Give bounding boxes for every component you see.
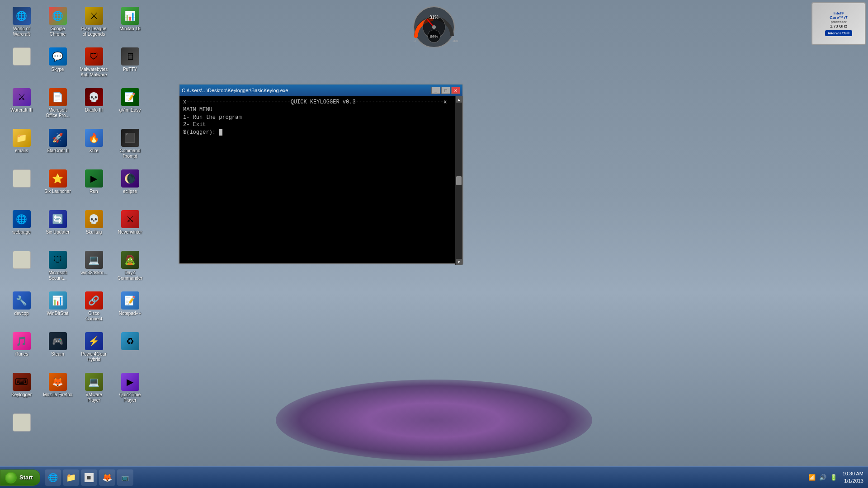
cmd-window[interactable]: C:\Users\...\Desktop\Keylogger\BasicKeyl… (179, 84, 463, 264)
desktop-icon-itunes[interactable]: 🎵iTunes (5, 330, 38, 371)
desktop-icon-label-cmd: Command Prompt (115, 148, 145, 159)
desktop-icon-malware[interactable]: 🛡Malwarebytes Anti-Malware (77, 45, 111, 86)
start-button[interactable]: Start (0, 469, 40, 486)
desktop-icon-blank1[interactable] (5, 45, 38, 86)
blank4-icon (13, 413, 31, 432)
cmd-close-button[interactable]: ✕ (451, 87, 460, 94)
desktop-icon-label-keylogger: Keylogger (11, 392, 32, 398)
cmd-minimize-button[interactable]: _ (431, 87, 440, 94)
taskbar-screen-icon[interactable]: 📺 (117, 469, 133, 486)
taskbar-quick-launch: 🌐 📁 ■ 🦊 📺 (45, 469, 808, 486)
intel-line4: 1.73 GHz (830, 24, 847, 28)
eclipse-icon: 🌘 (121, 169, 139, 188)
skull-icon: 💀 (85, 210, 103, 228)
cmd-scrollbar-thumb[interactable] (456, 176, 462, 185)
cpu-percent: 31% (429, 15, 439, 20)
desktop-icon-devcpp[interactable]: 🔧devcpp (5, 289, 38, 330)
desktop-icon-wow[interactable]: 🌐World of Warcraft (5, 5, 38, 45)
cmd-content-area: x--------------------------------QUICK K… (179, 96, 462, 263)
taskbar-firefox-icon[interactable]: 🦊 (99, 469, 115, 486)
desktop-icon-blank3[interactable] (5, 249, 38, 289)
desktop-icon-cmd[interactable]: ⬛Command Prompt (113, 127, 147, 167)
desktop-icon-putty[interactable]: 🖥PuTTY (113, 45, 147, 86)
desktop-icon-vmware[interactable]: 💻VMware Player (77, 371, 111, 411)
taskbar-explorer-icon[interactable]: 📁 (63, 469, 79, 486)
desktop-icon-diablo[interactable]: 💀Diablo III (77, 86, 111, 127)
tray-network-icon[interactable]: 📶 (808, 474, 816, 482)
cmd-scroll-down[interactable]: ▼ (456, 259, 462, 263)
xfire-icon: 🔥 (85, 129, 103, 147)
desktop-icon-notepad[interactable]: 📝Notepad++ (113, 289, 147, 330)
webpage-icon: 🌐 (13, 210, 31, 228)
desktop-icon-six[interactable]: ⭐Six Launcher (41, 167, 75, 208)
desktop-icon-msoffice[interactable]: 📄Microsoft Office Pro... (41, 86, 75, 127)
desktop-icon-ms-sec[interactable]: 🛡Microsoft Securit... (41, 249, 75, 289)
devcpp-icon: 🔧 (13, 291, 31, 310)
desktop-icon-firefox[interactable]: 🦊Mozilla Firefox (41, 371, 75, 411)
desktop-icon-label-msoffice: Microsoft Office Pro... (43, 108, 72, 118)
tray-battery-icon[interactable]: 🔋 (830, 474, 838, 482)
tray-speaker-icon[interactable]: 🔊 (819, 474, 827, 482)
desktop-icon-six-u[interactable]: 🔄Six Updater (41, 208, 75, 249)
desktop-icon-quicktime[interactable]: ▶QuickTime Player (113, 371, 147, 411)
cmd-line-1: x--------------------------------QUICK K… (183, 99, 459, 106)
desktop-icon-label-quicktime: QuickTime Player (115, 392, 145, 403)
desktop-icon-xfire[interactable]: 🔥Xfire (77, 127, 111, 167)
desktop-icon-chrome[interactable]: 🌐Google Chrome (41, 5, 75, 45)
cmd-line-5: $(logger): (183, 129, 459, 136)
start-label: Start (19, 474, 33, 481)
desktop-icon-p4g[interactable]: ⚡Power4Gear Hybrid (77, 330, 111, 371)
cisco-icon: 🔗 (85, 291, 103, 310)
desktop-icon-label-emails: emails (15, 148, 28, 154)
desktop-icon-lol[interactable]: ⚔Play League of Legends (77, 5, 111, 45)
diablo-icon: 💀 (85, 88, 103, 106)
chrome-icon: 🌐 (49, 7, 67, 25)
taskbar-chrome-icon[interactable]: 🌐 (45, 469, 61, 486)
emails-icon: 📁 (13, 129, 31, 147)
dayz-icon: 🧟 (121, 251, 139, 269)
run-icon: ▶ (85, 169, 103, 188)
desktop-icon-eclipse[interactable]: 🌘eclipse (113, 167, 147, 208)
cmd-scrollbar[interactable]: ▲ ▼ (455, 96, 462, 263)
itunes-icon: 🎵 (13, 332, 31, 350)
six-u-icon: 🔄 (49, 210, 67, 228)
desktop-icon-run[interactable]: ▶Run (77, 167, 111, 208)
desktop-icon-skull[interactable]: 💀Skulltag (77, 208, 111, 249)
desktop-icon-webpage[interactable]: 🌐webpage (5, 208, 38, 249)
desktop-icon-label-malware: Malwarebytes Anti-Malware (79, 67, 108, 78)
gvm-icon: 📝 (121, 88, 139, 106)
desktop-icon-emails[interactable]: 📁emails (5, 127, 38, 167)
desktop-icon-nw[interactable]: ⚔Neverwinter (113, 208, 147, 249)
desktop-icon-wc3[interactable]: ⚔Warcraft III (5, 86, 38, 127)
desktop-icon-minitab[interactable]: 📊Minitab 16 (113, 5, 147, 45)
desktop-icon-label-nw: Neverwinter (118, 230, 142, 235)
tray-clock[interactable]: 10:30 AM 1/1/2013 (843, 470, 863, 484)
desktop-icon-steam[interactable]: 🎮Steam (41, 330, 75, 371)
desktop-icon-blank2[interactable] (5, 167, 38, 208)
desktop-icon-keylogger[interactable]: ⌨Keylogger (5, 371, 38, 411)
desktop-icon-dayz[interactable]: 🧟DayZ Commander (113, 249, 147, 289)
desktop-icon-recycle[interactable]: ♻ (113, 330, 147, 371)
cmd-line-2: MAIN MENU (183, 106, 459, 114)
desktop-icon-label-diablo: Diablo III (85, 108, 103, 113)
quicktime-icon: ▶ (121, 373, 139, 391)
cmd-maximize-button[interactable]: □ (441, 87, 450, 94)
ms-sec-icon: 🛡 (49, 251, 67, 269)
malware-icon: 🛡 (85, 47, 103, 66)
desktop-icon-sc2[interactable]: 🚀StarCraft II (41, 127, 75, 167)
desktop-icon-win32[interactable]: 💻win32dskm... (77, 249, 111, 289)
desktop-icon-label-p4g: Power4Gear Hybrid (79, 352, 108, 362)
desktop-icon-windir[interactable]: 📊WinDirStat (41, 289, 75, 330)
desktop-icon-gvm[interactable]: 📝gVim Easy (113, 86, 147, 127)
svg-text:0: 0 (414, 39, 416, 43)
intel-line1: Intel® (834, 11, 844, 15)
blank3-icon (13, 251, 31, 269)
desktop-icon-blank4[interactable] (5, 411, 38, 435)
desktop-icon-skype[interactable]: 💬Skype (41, 45, 75, 86)
cmd-scroll-up[interactable]: ▲ (456, 96, 462, 103)
intel-line3: processor (830, 20, 846, 24)
desktop-icon-label-wow: World of Warcraft (7, 26, 36, 37)
six-icon: ⭐ (49, 169, 67, 188)
taskbar-cmd-icon[interactable]: ■ (81, 469, 97, 486)
desktop-icon-cisco[interactable]: 🔗Cisco Connect (77, 289, 111, 330)
